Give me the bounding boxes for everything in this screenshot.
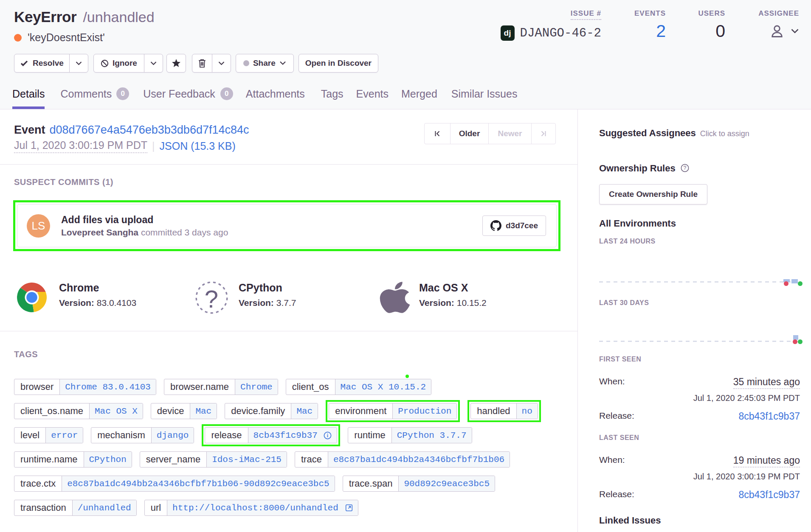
svg-text:?: ? — [684, 165, 687, 171]
